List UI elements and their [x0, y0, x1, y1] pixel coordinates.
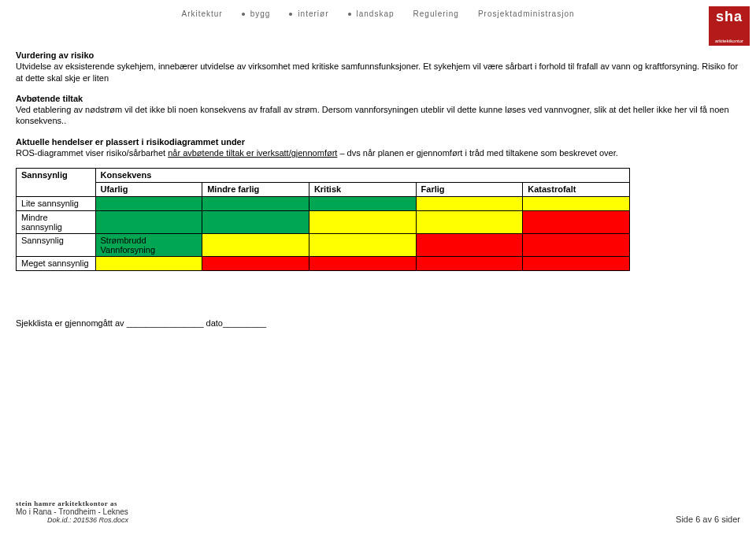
footer-left: stein hamre arkitektkontor as Mo i Rana … [16, 500, 128, 524]
risk-cell [309, 257, 416, 271]
section-body: Utvidelse av eksisterende sykehjem, inne… [16, 61, 740, 84]
nav-item: Regulering [413, 9, 459, 18]
table-row: Lite sannsynlig [17, 197, 630, 211]
section-avbotende: Avbøtende tiltak Ved etablering av nødst… [16, 93, 740, 127]
risk-table: Sannsynlig Konsekvens Ufarlig Mindre far… [16, 168, 630, 271]
section-title: Aktuelle hendelser er plassert i risikod… [16, 136, 740, 147]
section-aktuelle: Aktuelle hendelser er plassert i risikod… [16, 136, 740, 159]
risk-cell [202, 257, 309, 271]
table-row: Meget sannsynlig [17, 257, 630, 271]
row-label: Sannsynlig [17, 234, 96, 257]
row-label: Meget sannsynlig [17, 257, 96, 271]
text: ROS-diagrammet viser risiko/sårbarhet [16, 148, 168, 158]
footer-company: stein hamre arkitektkontor as [16, 500, 128, 507]
section-title: Vurdering av risiko [16, 50, 740, 61]
section-title: Avbøtende tiltak [16, 93, 740, 104]
logo-text-bottom: arkitektkontor [709, 39, 750, 43]
risk-cell [95, 211, 202, 234]
footer: stein hamre arkitektkontor as Mo i Rana … [16, 500, 740, 524]
cons-header: Konsekvens [95, 169, 629, 183]
risk-cell [95, 197, 202, 211]
nav-item: Prosjektadministrasjon [478, 9, 575, 18]
text: – dvs når planen er gjennomført i tråd m… [337, 148, 617, 158]
nav-label: bygg [250, 9, 271, 18]
nav-item: interiør [289, 9, 328, 18]
section-body: Ved etablering av nødstrøm vil det ikke … [16, 104, 740, 127]
table-row: SannsynligStrømbruddVannforsyning [17, 234, 630, 257]
logo-text-top: sha [709, 9, 750, 29]
risk-cell [523, 257, 630, 271]
content: Vurdering av risiko Utvidelse av eksiste… [16, 50, 740, 328]
risk-cell [523, 234, 630, 257]
risk-cell [95, 257, 202, 271]
nav-item: Arkitektur [181, 9, 222, 18]
risk-cell [416, 211, 523, 234]
risk-cell [523, 211, 630, 234]
row-label: Mindre sannsynlig [17, 211, 96, 234]
nav-label: landskap [357, 9, 395, 18]
text-underline: når avbøtende tiltak er iverksatt/gjenno… [168, 148, 337, 158]
table-row: Mindre sannsynlig [17, 211, 630, 234]
risk-cell [309, 197, 416, 211]
risk-cell [309, 234, 416, 257]
nav-item: bygg [242, 9, 271, 18]
risk-cell [416, 257, 523, 271]
footer-dokid: Dok.id.: 201536 Ros.docx [16, 516, 128, 524]
risk-cell [416, 197, 523, 211]
risk-cell [202, 197, 309, 211]
logo: sha arkitektkontor [709, 6, 750, 46]
section-body: ROS-diagrammet viser risiko/sårbarhet nå… [16, 147, 740, 158]
risk-cell [416, 234, 523, 257]
risk-cell: StrømbruddVannforsyning [95, 234, 202, 257]
cons-col: Kritisk [309, 183, 416, 197]
cons-col: Ufarlig [95, 183, 202, 197]
risk-cell [309, 211, 416, 234]
nav-item: landskap [348, 9, 395, 18]
risk-cell [202, 234, 309, 257]
table-header-row: Sannsynlig Konsekvens [17, 169, 630, 183]
section-vurdering: Vurdering av risiko Utvidelse av eksiste… [16, 50, 740, 84]
nav-label: interiør [298, 9, 328, 18]
table-subheader-row: Ufarlig Mindre farlig Kritisk Farlig Kat… [17, 183, 630, 197]
row-label: Lite sannsynlig [17, 197, 96, 211]
cons-col: Farlig [416, 183, 523, 197]
cons-col: Mindre farlig [202, 183, 309, 197]
cons-col: Katastrofalt [523, 183, 630, 197]
prob-header: Sannsynlig [17, 169, 96, 197]
header-nav: Arkitektur bygg interiør landskap Regule… [16, 9, 740, 18]
signoff-line: Sjekklista er gjennomgått av ___________… [16, 318, 740, 328]
risk-cell [523, 197, 630, 211]
risk-cell [202, 211, 309, 234]
footer-page: Side 6 av 6 sider [676, 515, 740, 524]
footer-locations: Mo i Rana - Trondheim - Leknes [16, 507, 128, 516]
